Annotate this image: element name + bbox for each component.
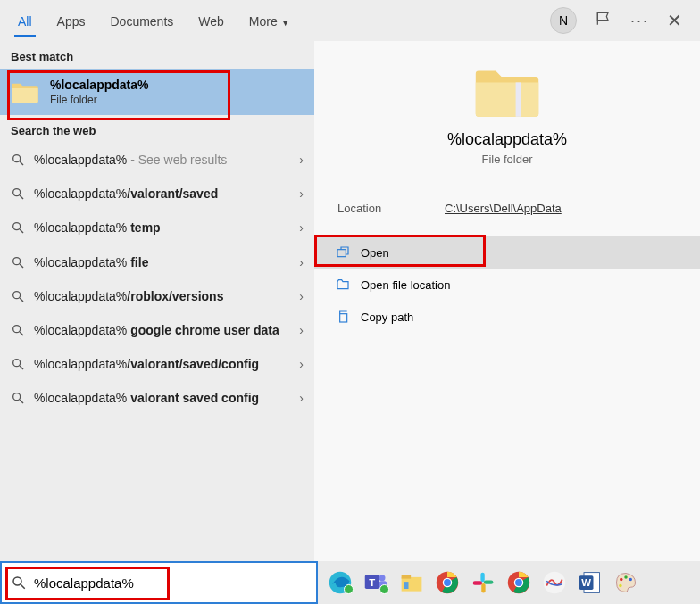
web-result-text: %localappdata%/roblox/versions xyxy=(34,288,290,304)
bestmatch-title: %localappdata% xyxy=(50,78,148,92)
search-icon xyxy=(11,289,25,303)
folder-icon xyxy=(472,62,542,120)
taskbar-app-icon[interactable] xyxy=(539,567,570,598)
svg-point-4 xyxy=(13,223,21,230)
tab-apps[interactable]: Apps xyxy=(45,4,98,37)
svg-line-3 xyxy=(20,195,23,199)
action-open-location-label: Open file location xyxy=(361,278,450,292)
search-icon xyxy=(11,391,25,405)
user-avatar[interactable]: N xyxy=(550,7,577,34)
search-icon xyxy=(11,220,25,235)
feedback-icon[interactable] xyxy=(595,10,612,31)
svg-point-0 xyxy=(13,155,21,162)
svg-line-9 xyxy=(20,298,23,302)
bestmatch-subtitle: File folder xyxy=(50,94,148,106)
chevron-right-icon: › xyxy=(299,186,304,201)
taskbar-teams-icon[interactable]: T xyxy=(361,567,391,598)
web-result-text: %localappdata% file xyxy=(34,254,290,270)
copy-icon xyxy=(336,310,350,324)
web-result-item[interactable]: %localappdata%/valorant/saved › xyxy=(0,177,314,211)
taskbar-chrome2-icon[interactable] xyxy=(504,567,534,598)
web-result-item[interactable]: %localappdata%/roblox/versions › xyxy=(0,279,314,313)
svg-rect-16 xyxy=(516,82,521,116)
svg-rect-32 xyxy=(480,573,484,583)
taskbar-chrome-icon[interactable] xyxy=(432,567,462,598)
action-copy-path[interactable]: Copy path xyxy=(314,301,700,333)
search-icon xyxy=(11,153,25,167)
svg-line-15 xyxy=(20,400,23,403)
taskbar-explorer-icon[interactable] xyxy=(396,567,427,598)
svg-text:T: T xyxy=(369,577,375,588)
svg-rect-25 xyxy=(379,581,388,591)
section-bestmatch-label: Best match xyxy=(0,41,314,69)
svg-point-19 xyxy=(13,577,21,585)
taskbar: T W xyxy=(318,561,700,604)
web-result-item[interactable]: %localappdata% google chrome user data › xyxy=(0,313,314,347)
taskbar-word-icon[interactable]: W xyxy=(575,567,605,598)
bestmatch-item[interactable]: %localappdata% File folder xyxy=(0,69,314,115)
action-open[interactable]: Open xyxy=(314,236,700,269)
chevron-right-icon: › xyxy=(299,220,304,235)
search-icon xyxy=(11,186,25,201)
svg-point-8 xyxy=(13,292,21,299)
search-icon xyxy=(11,575,27,591)
web-result-item[interactable]: %localappdata% temp › xyxy=(0,211,314,244)
taskbar-edge-icon[interactable] xyxy=(325,567,355,598)
svg-point-31 xyxy=(444,579,451,586)
web-result-text: %localappdata% valorant saved config xyxy=(34,390,290,406)
preview-subtitle: File folder xyxy=(481,153,532,166)
svg-line-1 xyxy=(20,161,23,165)
chevron-right-icon: › xyxy=(299,323,304,337)
chevron-right-icon: › xyxy=(299,289,304,303)
svg-line-13 xyxy=(20,366,23,369)
search-icon xyxy=(11,357,25,371)
search-icon xyxy=(11,323,25,337)
web-result-text: %localappdata%/valorant/saved/config xyxy=(34,356,290,372)
svg-line-11 xyxy=(20,332,23,335)
location-value[interactable]: C:\Users\Dell\AppData xyxy=(445,202,562,215)
tab-documents[interactable]: Documents xyxy=(97,4,186,37)
close-icon[interactable]: ✕ xyxy=(667,10,682,31)
action-open-location[interactable]: Open file location xyxy=(314,269,700,301)
web-result-text: %localappdata% temp xyxy=(34,219,290,236)
svg-rect-28 xyxy=(404,582,408,589)
svg-line-20 xyxy=(21,584,25,589)
folder-open-icon xyxy=(336,277,350,292)
web-result-item[interactable]: %localappdata% file › xyxy=(0,245,314,279)
taskbar-slack-icon[interactable] xyxy=(468,567,498,598)
location-label: Location xyxy=(338,202,445,215)
svg-point-38 xyxy=(515,579,522,586)
svg-point-44 xyxy=(624,575,628,579)
svg-rect-17 xyxy=(338,250,346,257)
web-result-item[interactable]: %localappdata% valorant saved config › xyxy=(0,381,314,415)
tab-web[interactable]: Web xyxy=(186,4,237,37)
svg-rect-33 xyxy=(484,580,494,583)
action-copy-path-label: Copy path xyxy=(361,310,413,324)
chevron-right-icon: › xyxy=(299,357,304,371)
chevron-right-icon: › xyxy=(299,255,304,269)
folder-icon xyxy=(11,79,39,104)
svg-point-10 xyxy=(13,326,21,333)
chevron-down-icon: ▼ xyxy=(281,18,290,28)
section-searchweb-label: Search the web xyxy=(0,115,314,143)
tab-more[interactable]: More▼ xyxy=(237,4,303,37)
svg-point-24 xyxy=(379,575,386,581)
more-options-icon[interactable]: ··· xyxy=(630,12,649,30)
svg-line-5 xyxy=(20,229,23,233)
search-icon xyxy=(11,255,25,269)
web-result-item[interactable]: %localappdata% - See web results › xyxy=(0,143,314,177)
action-open-label: Open xyxy=(361,246,389,260)
web-result-text: %localappdata% - See web results xyxy=(34,152,290,168)
web-result-text: %localappdata% google chrome user data xyxy=(34,322,290,338)
web-result-item[interactable]: %localappdata%/valorant/saved/config › xyxy=(0,347,314,381)
svg-point-43 xyxy=(620,578,623,582)
search-bar[interactable] xyxy=(0,561,318,604)
tab-all[interactable]: All xyxy=(5,4,45,37)
svg-line-7 xyxy=(20,264,23,268)
search-input[interactable] xyxy=(34,575,307,591)
svg-rect-35 xyxy=(473,581,483,584)
svg-point-46 xyxy=(619,584,622,588)
taskbar-paint-icon[interactable] xyxy=(611,567,641,598)
svg-point-12 xyxy=(13,360,21,367)
svg-rect-18 xyxy=(340,314,347,322)
